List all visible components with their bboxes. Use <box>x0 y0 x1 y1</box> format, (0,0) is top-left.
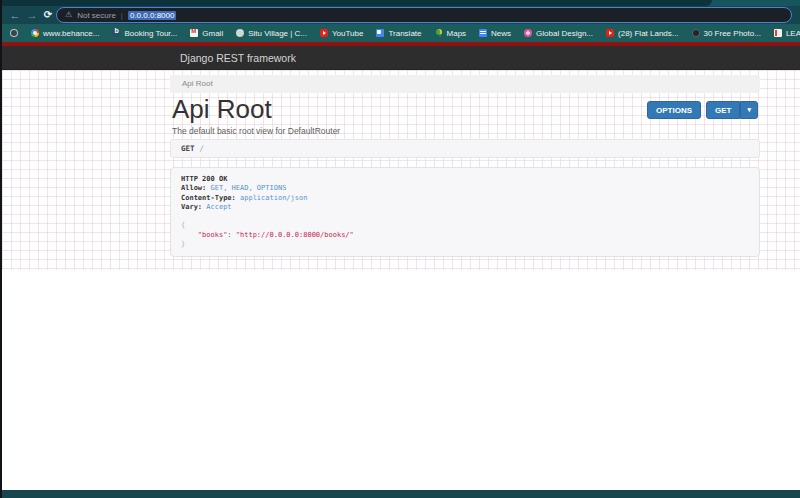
get-dropdown-caret-icon[interactable]: ▾ <box>740 101 758 119</box>
bookmark-behance[interactable]: www.behance... <box>31 29 99 38</box>
apps-globe-icon <box>10 29 18 37</box>
bookmark-news[interactable]: News <box>479 29 511 38</box>
request-method: GET <box>181 144 195 153</box>
json-open-brace: { <box>181 221 185 229</box>
get-split-button: GET ▾ <box>706 101 758 119</box>
bookmark-youtube[interactable]: YouTube <box>320 29 363 38</box>
google-favicon <box>31 29 39 37</box>
window-left-edge <box>0 0 2 498</box>
json-value-books-url[interactable]: "http://0.0.0.0:8000/books/" <box>236 231 354 239</box>
back-icon[interactable]: ← <box>8 7 22 23</box>
json-key-books: "books" <box>198 231 228 239</box>
json-colon: : <box>227 231 231 239</box>
globe-favicon <box>236 29 244 37</box>
page-content: Api Root Api Root OPTIONS GET ▾ The defa… <box>2 70 800 490</box>
bookmark-apps[interactable] <box>10 29 18 37</box>
gmail-favicon <box>190 29 198 37</box>
navbar-brand[interactable]: Django REST framework <box>180 52 296 64</box>
address-bar[interactable]: ⚠ Not secure | 0.0.0.0:8000 <box>56 7 792 23</box>
not-secure-label: Not secure <box>77 11 116 20</box>
header-content-type-name: Content-Type: <box>181 194 236 202</box>
options-button[interactable]: OPTIONS <box>647 101 701 119</box>
news-favicon <box>479 29 487 37</box>
bookmark-gmail[interactable]: Gmail <box>190 29 223 38</box>
url-separator: | <box>121 11 123 20</box>
reload-icon[interactable]: ⟳ <box>41 7 55 23</box>
response-block: HTTP 200 OK Allow:GET, HEAD, OPTIONS Con… <box>170 167 760 257</box>
bookmark-maps[interactable]: Maps <box>435 29 467 38</box>
bookmark-booking[interactable]: Booking Tour... <box>112 29 177 38</box>
browser-toolbar: ← → ⟳ ⚠ Not secure | 0.0.0.0:8000 <box>0 6 800 24</box>
translate-favicon <box>376 29 384 37</box>
header-allow-value: GET, HEAD, OPTIONS <box>211 184 287 192</box>
get-button[interactable]: GET <box>706 101 740 119</box>
drf-navbar: Django REST framework <box>0 46 800 70</box>
bookmark-learn[interactable]: LEARN: Cool A... <box>774 29 800 38</box>
bookmark-translate[interactable]: Translate <box>376 29 421 38</box>
camera-favicon <box>692 29 700 37</box>
youtube-favicon <box>320 29 328 37</box>
request-path: / <box>200 144 205 153</box>
bookmark-situ-village[interactable]: Situ Village | C... <box>236 29 307 38</box>
booking-favicon <box>112 29 120 37</box>
action-buttons: OPTIONS GET ▾ <box>647 101 758 119</box>
bookmarks-bar: www.behance... Booking Tour... Gmail Sit… <box>0 24 800 42</box>
url-text[interactable]: 0.0.0.0:8000 <box>128 11 176 20</box>
header-vary-name: Vary: <box>181 203 202 211</box>
header-allow-name: Allow: <box>181 184 206 192</box>
header-vary-value: Accept <box>206 203 231 211</box>
response-status: HTTP 200 OK <box>181 175 227 183</box>
bookmark-flat-landscape[interactable]: (28) Flat Lands... <box>606 29 678 38</box>
header-content-type-value: application/json <box>240 194 307 202</box>
youtube-favicon <box>606 29 614 37</box>
bookmark-free-photo[interactable]: 30 Free Photo... <box>692 29 761 38</box>
flower-favicon <box>524 29 532 37</box>
forward-icon[interactable]: → <box>25 7 39 23</box>
not-secure-warning-icon[interactable]: ⚠ <box>65 8 72 22</box>
request-bar: GET/ <box>170 139 760 158</box>
bottom-taskbar <box>0 490 800 498</box>
bookmark-global-design[interactable]: Global Design... <box>524 29 593 38</box>
document-favicon <box>774 29 782 37</box>
json-close-brace: } <box>181 240 185 248</box>
maps-favicon <box>435 29 443 37</box>
page-description: The default basic root view for DefaultR… <box>172 126 340 136</box>
page-title: Api Root <box>172 94 272 125</box>
breadcrumb: Api Root <box>170 75 760 93</box>
